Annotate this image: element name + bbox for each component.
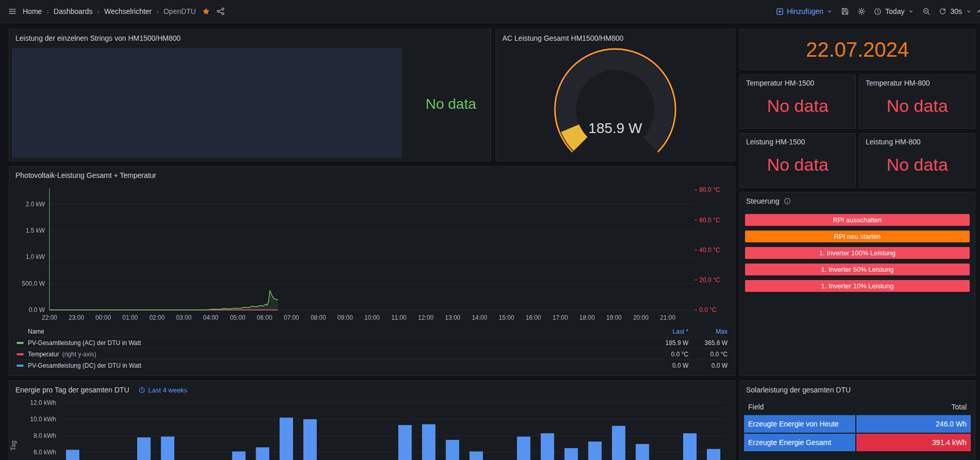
breadcrumb-separator: ›	[97, 7, 100, 15]
stat-panel-leistung-hm1500: Leistung HM-1500 No data	[739, 133, 856, 188]
chevron-down-icon	[908, 8, 914, 14]
share-icon[interactable]	[216, 7, 225, 15]
series-max-value: 0.0 °C	[688, 351, 728, 358]
menu-icon[interactable]	[8, 7, 16, 15]
panel-steuerung: Steuerung RPI ausschalten RPI neu starte…	[739, 192, 975, 376]
refresh-picker[interactable]: 30s	[939, 7, 972, 15]
breadcrumb-item-opendtu[interactable]: OpenDTU	[163, 7, 196, 15]
info-icon[interactable]	[784, 198, 791, 205]
svg-text:18:00: 18:00	[579, 314, 595, 321]
nav-actions: Hinzufügen Today	[776, 7, 972, 15]
panel-title[interactable]: Energie pro Tag der gesamten DTU Last 4 …	[9, 381, 735, 399]
panel-title[interactable]: AC Leistung Gesamt HM1500/HM800	[496, 29, 735, 47]
svg-text:20:00: 20:00	[633, 314, 649, 321]
svg-text:10.0 kWh: 10.0 kWh	[30, 416, 56, 423]
series-name: PV-Gesamtleistung (DC) der DTU in Watt	[28, 362, 141, 369]
svg-text:01:00: 01:00	[122, 314, 138, 321]
panel-title[interactable]: Solarleistung der gesamten DTU	[740, 381, 975, 399]
svg-text:0.0 °C: 0.0 °C	[699, 306, 717, 314]
svg-text:12.0 kWh: 12.0 kWh	[30, 399, 56, 406]
bar-chart: 12.0 kWh10.0 kWh8.0 kWh6.0 kWh	[9, 399, 733, 460]
svg-text:20.0 °C: 20.0 °C	[699, 276, 720, 284]
panel-title[interactable]: Steuerung	[740, 192, 975, 210]
svg-text:500.0 W: 500.0 W	[22, 280, 45, 287]
legend-header-name[interactable]: Name	[28, 328, 621, 335]
svg-text:04:00: 04:00	[203, 314, 218, 321]
legend-header-max[interactable]: Max	[688, 328, 728, 335]
svg-text:23:00: 23:00	[69, 314, 84, 321]
zoom-out-icon[interactable]	[922, 7, 931, 15]
table-row: Erzeugte Energie von Heute 246.0 Wh	[744, 415, 971, 433]
svg-text:0.0 W: 0.0 W	[29, 306, 45, 314]
stat-title[interactable]: Temperatur HM-1500	[740, 75, 855, 87]
breadcrumb-item-home[interactable]: Home	[23, 7, 42, 15]
stat-title[interactable]: Temperatur HM-800	[859, 75, 975, 87]
panel-date: 22.07.2024	[739, 29, 975, 70]
svg-text:80.0 °C: 80.0 °C	[699, 186, 720, 193]
table-cell-field: Erzeugte Energie Gesamt	[744, 434, 855, 451]
svg-text:6.0 kWh: 6.0 kWh	[33, 449, 56, 456]
svg-text:8.0 kWh: 8.0 kWh	[33, 432, 56, 439]
add-button[interactable]: Hinzufügen	[776, 7, 833, 15]
table-header-field[interactable]: Field	[748, 403, 851, 411]
svg-text:13:00: 13:00	[445, 314, 460, 321]
legend-row[interactable]: PV-Gesamtleistung (AC) der DTU in Watt 1…	[16, 337, 728, 348]
panel-strings: Leistung der einzelnen Strings von HM150…	[9, 29, 491, 161]
legend-header: Name Last * Max	[16, 326, 728, 337]
svg-text:06:00: 06:00	[257, 314, 272, 321]
series-max-value: 365.6 W	[688, 339, 728, 347]
breadcrumb-item-wechselrichter[interactable]: Wechselrichter	[104, 7, 151, 15]
strings-chart-area: No data	[9, 47, 491, 161]
save-icon[interactable]	[841, 7, 849, 15]
gear-icon[interactable]	[857, 7, 866, 15]
inverter-50-button[interactable]: 1. Inverter 50% Leistung	[745, 264, 970, 275]
rpi-neu-starten-button[interactable]: RPI neu starten	[745, 231, 970, 242]
date-text: 22.07.2024	[806, 38, 909, 61]
legend-row[interactable]: Temperatur(right y-axis) 0.0 °C 0.0 °C	[16, 348, 728, 359]
series-swatch	[16, 353, 24, 355]
top-nav: Home › Dashboards › Wechselrichter › Ope…	[0, 0, 980, 23]
time-range-note-link[interactable]: Last 4 weeks	[139, 386, 188, 394]
time-range-picker[interactable]: Today	[874, 7, 914, 15]
legend-header-last[interactable]: Last *	[621, 328, 688, 335]
chevron-up-icon[interactable]	[975, 7, 980, 15]
inverter-10-button[interactable]: 1. Inverter 10% Leistung	[745, 280, 970, 292]
grafana-dashboard: Home › Dashboards › Wechselrichter › Ope…	[0, 0, 980, 460]
series-name: PV-Gesamtleistung (AC) der DTU in Watt	[28, 339, 141, 347]
breadcrumb-item-dashboards[interactable]: Dashboards	[54, 7, 93, 15]
rpi-ausschalten-button[interactable]: RPI ausschalten	[745, 214, 970, 226]
svg-text:21:00: 21:00	[660, 314, 675, 321]
stat-value: No data	[859, 87, 975, 128]
series-last-value: 0.0 W	[621, 362, 688, 369]
stat-title[interactable]: Leistung HM-800	[859, 134, 975, 146]
svg-text:00:00: 00:00	[95, 314, 111, 321]
table-body: Erzeugte Energie von Heute 246.0 Wh Erze…	[740, 415, 975, 451]
stat-value: No data	[740, 87, 855, 128]
svg-text:14:00: 14:00	[472, 314, 487, 321]
table-cell-field: Erzeugte Energie von Heute	[744, 415, 855, 433]
series-last-value: 185.9 W	[621, 339, 688, 347]
panel-title[interactable]: Leistung der einzelnen Strings von HM150…	[9, 29, 491, 47]
svg-text:15:00: 15:00	[499, 314, 514, 321]
svg-text:22:00: 22:00	[42, 314, 57, 321]
legend-row[interactable]: PV-Gesamtleistung (DC) der DTU in Watt 0…	[16, 359, 728, 371]
table-header-total[interactable]: Total	[851, 403, 967, 411]
inverter-100-button[interactable]: 1. Inverter 100% Leistung	[745, 247, 970, 259]
svg-text:1.0 kW: 1.0 kW	[26, 253, 45, 260]
panel-title[interactable]: Photovoltaik-Leistung Gesamt + Temperatu…	[9, 167, 735, 184]
panel-solar-table: Solarleistung der gesamten DTU Field Tot…	[739, 381, 975, 460]
table-cell-total: 391.4 kWh	[856, 434, 971, 451]
breadcrumb: Home › Dashboards › Wechselrichter › Ope…	[23, 7, 196, 15]
series-last-value: 0.0 °C	[621, 351, 688, 358]
stat-panel-leistung-hm800: Leistung HM-800 No data	[859, 133, 975, 188]
breadcrumb-separator: ›	[46, 7, 49, 15]
svg-text:185.9 W: 185.9 W	[588, 120, 643, 136]
panel-pv-chart: Photovoltaik-Leistung Gesamt + Temperatu…	[9, 166, 735, 376]
svg-text:40.0 °C: 40.0 °C	[699, 247, 720, 254]
series-suffix: (right y-axis)	[62, 351, 96, 358]
svg-text:1.5 kW: 1.5 kW	[26, 227, 45, 234]
no-data-text: No data	[426, 96, 476, 112]
empty-plot-area	[12, 48, 402, 158]
stat-title[interactable]: Leistung HM-1500	[740, 134, 855, 146]
favorite-star-icon[interactable]	[202, 7, 210, 15]
